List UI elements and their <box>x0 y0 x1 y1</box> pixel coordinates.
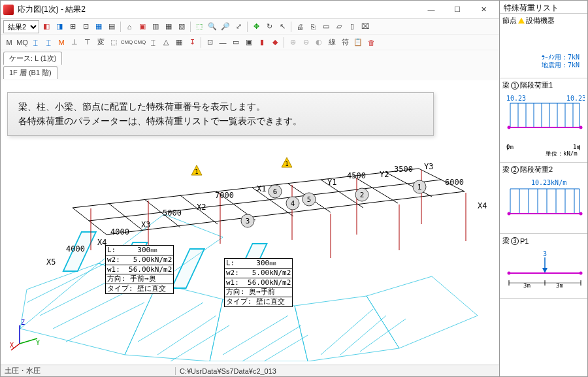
zoom-in-icon[interactable]: 🔍 <box>206 21 218 33</box>
pan-icon[interactable]: ✥ <box>250 21 262 33</box>
tool-red[interactable]: ▮ <box>256 37 268 48</box>
tooltip-line1: 梁、柱、小梁、節点に配置した特殊荷重番号を表示します。 <box>18 99 423 114</box>
minimize-button[interactable]: — <box>418 3 444 16</box>
svg-text:Y1: Y1 <box>327 178 336 187</box>
tool-del[interactable]: 🗑 <box>365 37 377 48</box>
load-info-1: L: 300㎜ w2: 5.00kN/m2 w1: 56.00kN/m2 方向:… <box>105 245 174 294</box>
tool-face[interactable]: ▭ <box>230 37 242 48</box>
side-list[interactable]: 節点設備機器 ﾗｰﾒﾝ用：7kN 地震用：7kN 梁1階段荷重1 10.23 1… <box>500 14 587 376</box>
tool-a2[interactable]: ◨ <box>54 21 65 33</box>
svg-text:6: 6 <box>273 188 278 196</box>
tool-d1[interactable]: ▭ <box>320 21 332 33</box>
marker-6: 6 <box>269 185 282 198</box>
tool-load[interactable]: ↧ <box>186 37 198 48</box>
svg-line-46 <box>20 338 37 344</box>
tool-cmq2[interactable]: CMQ <box>134 37 146 48</box>
tool-d2[interactable]: ▱ <box>333 21 345 33</box>
side-diag-2: 10.23 10.23 0m 1m 単位：kN/m <box>502 91 585 157</box>
svg-text:Y: Y <box>36 339 40 346</box>
tool-fu[interactable]: 符 <box>339 37 351 48</box>
tool-L3[interactable]: ⊥ <box>69 37 80 48</box>
separator <box>190 22 191 32</box>
tool-cmq1[interactable]: CMQ <box>121 37 133 48</box>
tool-a5[interactable]: ▦ <box>93 21 105 33</box>
triangle-icon <box>518 18 525 24</box>
tool-b5[interactable]: ▧ <box>176 21 188 33</box>
zoom-out-icon[interactable]: 🔎 <box>220 21 231 33</box>
svg-text:5: 5 <box>307 195 312 204</box>
close-button[interactable]: ✕ <box>470 3 497 16</box>
maximize-button[interactable]: ☐ <box>444 3 470 16</box>
axis-indicator: Z Y X <box>10 319 42 352</box>
tool-a1[interactable]: ◧ <box>41 21 52 33</box>
info-tooltip: 梁、柱、小梁、節点に配置した特殊荷重番号を表示します。 各特殊荷重のパラメーター… <box>7 92 434 136</box>
tool-b1[interactable]: ⌂ <box>123 21 135 33</box>
svg-text:5000: 5000 <box>163 208 182 218</box>
load-info-2: L: 300㎜ w2: 5.00kN/m2 w1: 56.00kN/m2 方向:… <box>224 258 293 307</box>
tool-b2[interactable]: ▣ <box>137 21 148 33</box>
side-diag-3: 10.23kN/m <box>502 176 585 228</box>
svg-text:単位：kN/m: 単位：kN/m <box>546 150 578 157</box>
tool-a4[interactable]: ⊡ <box>80 21 91 33</box>
tool-b3[interactable]: ▥ <box>150 21 161 33</box>
zoom-fit-icon[interactable]: ⤢ <box>233 21 244 33</box>
svg-text:4000: 4000 <box>110 227 129 237</box>
tool-sp2[interactable]: △ <box>160 37 172 48</box>
tool-node[interactable]: ⊡ <box>204 37 216 48</box>
separator <box>291 22 291 32</box>
side-item-beam3: 梁3P1 3 3m 3m <box>500 234 587 299</box>
side-diag-4: 3 3m 3m <box>502 247 585 293</box>
window-title: 応力図(1次) - 結果2 <box>18 4 418 15</box>
svg-point-86 <box>508 212 511 216</box>
side-panel-title: 特殊荷重リスト <box>500 1 587 14</box>
separator <box>120 22 121 32</box>
side-item-node: 節点設備機器 ﾗｰﾒﾝ用：7kN 地震用：7kN <box>500 14 587 78</box>
tool-sen[interactable]: 線 <box>326 37 338 48</box>
tool-m[interactable]: M <box>3 37 15 48</box>
tool-g2[interactable]: ⊖ <box>300 37 312 48</box>
svg-text:7000: 7000 <box>215 191 234 200</box>
svg-text:4500: 4500 <box>347 171 366 180</box>
cursor-icon[interactable]: ↖ <box>276 21 288 33</box>
tool-hen[interactable]: 変 <box>95 37 106 48</box>
svg-point-68 <box>580 126 583 129</box>
tool-m2[interactable]: M <box>56 37 67 48</box>
yellow-markers: 1 1 <box>191 157 292 175</box>
tool-L4[interactable]: ⊤ <box>82 37 93 48</box>
tool-L2[interactable]: ⌶ <box>42 37 54 48</box>
svg-text:1: 1 <box>195 169 198 175</box>
tool-line[interactable]: — <box>217 37 229 48</box>
tool-wb[interactable]: ⬚ <box>108 37 120 48</box>
marker-4: 4 <box>286 197 299 210</box>
tool-sp1[interactable]: ⌶ <box>147 37 159 48</box>
tool-b4[interactable]: ▦ <box>163 21 174 33</box>
svg-point-93 <box>580 272 583 275</box>
tool-c1[interactable]: ⬚ <box>193 21 205 33</box>
result-select[interactable]: 結果2 <box>3 20 39 33</box>
tool-mq[interactable]: MQ <box>16 37 28 48</box>
tool-a3[interactable]: ⊞ <box>67 21 78 33</box>
tool-pin[interactable]: ◆ <box>269 37 281 48</box>
tool-d3[interactable]: ▯ <box>346 21 358 33</box>
separator <box>201 37 201 48</box>
case-tab-load[interactable]: ケース: L (1次) <box>3 52 62 65</box>
tool-a6[interactable]: ▤ <box>106 21 118 33</box>
tool-clip[interactable]: 📋 <box>352 37 364 48</box>
tool-grid[interactable]: ▦ <box>173 37 185 48</box>
rotate-icon[interactable]: ↻ <box>263 21 275 33</box>
print-icon[interactable]: 🖨 <box>294 21 306 33</box>
svg-text:3m: 3m <box>523 282 531 289</box>
viewport-canvas[interactable]: 梁、柱、小梁、節点に配置した特殊荷重番号を表示します。 各特殊荷重のパラメーター… <box>1 80 499 365</box>
svg-text:4: 4 <box>291 199 295 208</box>
case-tab-floor[interactable]: 1F 層 (B1 階) <box>3 66 57 79</box>
tool-g3[interactable]: ◐ <box>313 37 325 48</box>
svg-text:3m: 3m <box>556 282 563 289</box>
svg-text:1: 1 <box>417 183 422 191</box>
case-tabs: ケース: L (1次) <box>1 50 499 66</box>
tool-d4[interactable]: ⌧ <box>359 21 371 33</box>
svg-text:地震用：7kN: 地震用：7kN <box>541 61 580 69</box>
tool-g1[interactable]: ⊕ <box>287 37 299 48</box>
tool-sel[interactable]: ▣ <box>243 37 255 48</box>
tool-L1[interactable]: ⌶ <box>29 37 41 48</box>
copy-icon[interactable]: ⎘ <box>307 21 319 33</box>
